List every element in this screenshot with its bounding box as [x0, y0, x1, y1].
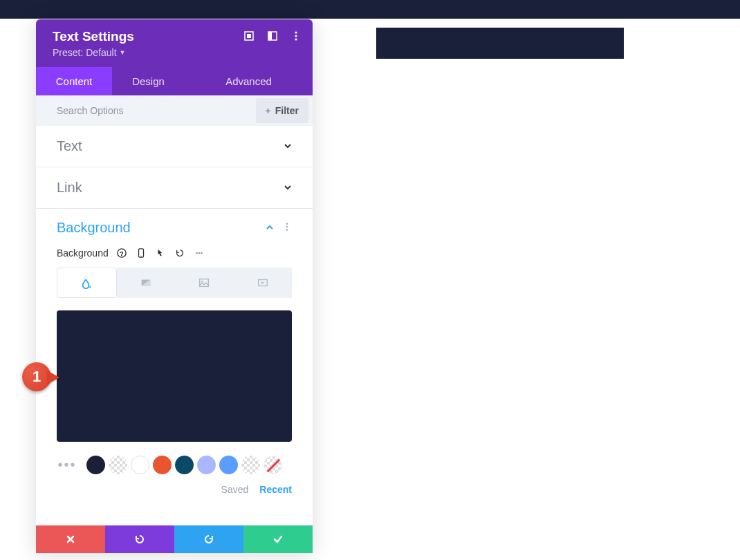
- color-swatch[interactable]: [131, 456, 149, 474]
- section-background-header[interactable]: Background: [57, 209, 292, 241]
- svg-rect-3: [268, 32, 272, 40]
- more-vertical-icon[interactable]: [290, 30, 302, 41]
- svg-point-14: [196, 252, 198, 254]
- color-swatch[interactable]: [219, 456, 238, 474]
- chevron-down-icon: [284, 182, 292, 194]
- color-preview[interactable]: [57, 310, 292, 442]
- tab-content[interactable]: Content: [36, 67, 112, 95]
- color-swatch-transparent[interactable]: [241, 456, 260, 474]
- more-vertical-icon[interactable]: [282, 222, 292, 234]
- color-swatch-transparent[interactable]: [109, 456, 127, 474]
- chevron-up-icon: [266, 222, 274, 234]
- plus-icon: +: [266, 105, 271, 116]
- reset-icon[interactable]: [174, 247, 186, 259]
- section-background-title: Background: [57, 220, 131, 236]
- svg-rect-18: [200, 279, 209, 287]
- more-horizontal-icon[interactable]: •••: [57, 457, 77, 473]
- svg-point-7: [286, 223, 288, 225]
- filter-button[interactable]: + Filter: [256, 98, 308, 123]
- bg-type-color[interactable]: [57, 268, 117, 298]
- redo-button[interactable]: [174, 525, 243, 553]
- background-field-row: Background ?: [57, 247, 292, 259]
- palette-recent[interactable]: Recent: [259, 484, 292, 495]
- tab-advanced[interactable]: Advanced: [185, 67, 313, 95]
- color-swatch[interactable]: [197, 456, 216, 474]
- palette-tabs: Saved Recent: [57, 474, 292, 502]
- svg-point-6: [295, 38, 297, 40]
- palette-saved[interactable]: Saved: [221, 484, 249, 495]
- background-type-tabs: [57, 268, 292, 298]
- dock-icon[interactable]: [267, 30, 278, 41]
- color-swatch[interactable]: [86, 456, 105, 474]
- color-swatch-none[interactable]: [263, 456, 282, 474]
- svg-point-13: [140, 256, 141, 256]
- mobile-icon[interactable]: [135, 247, 147, 259]
- caret-down-icon: ▼: [120, 49, 126, 56]
- preset-dropdown[interactable]: Preset: Default ▼: [53, 47, 126, 58]
- svg-point-9: [286, 229, 288, 231]
- tab-design[interactable]: Design: [112, 67, 185, 95]
- builder-top-bar: [0, 0, 740, 19]
- hover-icon[interactable]: [154, 247, 167, 259]
- background-field-label: Background: [57, 248, 109, 259]
- field-option-icons: ?: [115, 247, 205, 259]
- svg-point-4: [295, 31, 297, 33]
- expand-icon[interactable]: [243, 30, 255, 41]
- section-text-title: Text: [57, 138, 82, 154]
- panel-action-bar: [36, 525, 313, 553]
- color-swatch[interactable]: [153, 456, 172, 474]
- color-swatch[interactable]: [175, 456, 194, 474]
- bg-type-image[interactable]: [175, 268, 234, 298]
- settings-tabs: Content Design Advanced: [36, 67, 313, 95]
- help-icon[interactable]: ?: [115, 247, 128, 259]
- section-text[interactable]: Text: [36, 126, 313, 167]
- svg-point-15: [198, 252, 200, 254]
- svg-point-19: [201, 281, 203, 282]
- preset-label: Preset: Default: [53, 47, 117, 58]
- search-input[interactable]: [36, 97, 256, 124]
- bg-type-gradient[interactable]: [117, 268, 176, 298]
- undo-button[interactable]: [105, 525, 174, 553]
- header-actions: [243, 30, 302, 41]
- chevron-down-icon: [284, 140, 292, 153]
- filter-label: Filter: [275, 105, 299, 116]
- page-preview-element[interactable]: [376, 28, 624, 59]
- svg-rect-1: [247, 34, 251, 38]
- section-background: Background Background ?: [36, 209, 313, 514]
- color-swatch-row: •••: [57, 456, 292, 474]
- svg-point-16: [201, 252, 203, 254]
- search-row: + Filter: [36, 95, 313, 126]
- svg-point-5: [295, 35, 297, 37]
- text-settings-panel: Text Settings Preset: Default ▼ Content …: [36, 19, 313, 553]
- cancel-button[interactable]: [36, 525, 105, 553]
- more-horizontal-icon[interactable]: [193, 247, 205, 259]
- section-link-title: Link: [57, 180, 82, 196]
- save-button[interactable]: [243, 525, 313, 553]
- svg-point-8: [286, 225, 288, 227]
- svg-text:?: ?: [120, 250, 123, 257]
- panel-header: Text Settings Preset: Default ▼: [36, 19, 313, 67]
- section-link[interactable]: Link: [36, 167, 313, 209]
- bg-type-video[interactable]: [234, 268, 293, 298]
